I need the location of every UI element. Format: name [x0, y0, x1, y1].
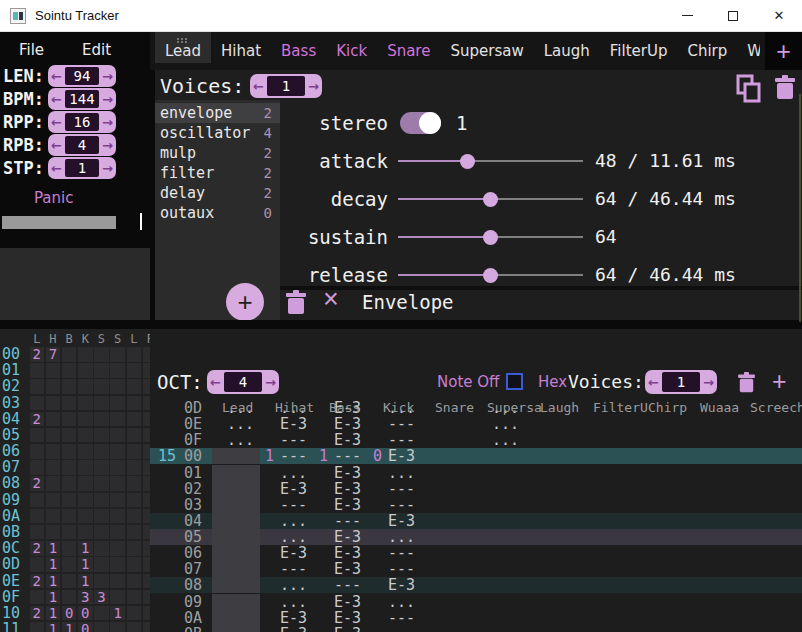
- slider-handle-icon[interactable]: [483, 230, 498, 245]
- note-cell[interactable]: ...: [280, 594, 307, 610]
- note-cell[interactable]: E-3: [280, 416, 307, 432]
- order-cell[interactable]: [62, 347, 77, 362]
- order-cell[interactable]: 1: [62, 622, 77, 632]
- attack-slider[interactable]: [398, 160, 583, 162]
- stp-stepper[interactable]: ←1→: [48, 157, 116, 179]
- order-cell[interactable]: [110, 622, 125, 632]
- increment-arrow-icon[interactable]: →: [99, 70, 116, 83]
- order-cell[interactable]: [94, 557, 109, 572]
- order-cell[interactable]: 1: [46, 622, 61, 632]
- tab-filterup[interactable]: FilterUp: [600, 32, 678, 63]
- order-cell[interactable]: [110, 347, 125, 362]
- hex-checkbox[interactable]: [506, 373, 523, 390]
- order-cell[interactable]: [110, 493, 125, 508]
- order-cell[interactable]: [143, 379, 150, 394]
- order-cell[interactable]: [46, 460, 61, 475]
- order-cell[interactable]: [30, 590, 45, 605]
- order-cell[interactable]: 0: [78, 606, 93, 621]
- copy-instrument-button[interactable]: [736, 74, 761, 103]
- order-cell[interactable]: [127, 379, 142, 394]
- track-header-supersa[interactable]: Supersa: [487, 400, 542, 416]
- track-header-screech[interactable]: Screech: [750, 400, 802, 416]
- note-cell[interactable]: E-3: [334, 545, 361, 561]
- unit-row-mulp[interactable]: mulp2: [155, 143, 280, 163]
- order-cell[interactable]: [46, 476, 61, 491]
- note-cell[interactable]: ...: [388, 465, 415, 481]
- octave-stepper[interactable]: ←4→: [207, 370, 279, 394]
- order-cell[interactable]: [127, 557, 142, 572]
- order-cell[interactable]: [62, 460, 77, 475]
- order-cell[interactable]: [46, 509, 61, 524]
- increment-arrow-icon[interactable]: →: [700, 376, 717, 389]
- order-cell[interactable]: 0: [78, 622, 93, 632]
- order-cell[interactable]: [110, 557, 125, 572]
- order-cell[interactable]: [78, 363, 93, 378]
- order-cell[interactable]: [143, 460, 150, 475]
- track-header-wuaaa[interactable]: Wuaaa: [700, 400, 739, 416]
- order-cell[interactable]: 1: [46, 541, 61, 556]
- order-cell[interactable]: 7: [46, 347, 61, 362]
- order-cell[interactable]: [46, 493, 61, 508]
- order-cell[interactable]: [46, 379, 61, 394]
- order-cell[interactable]: 1: [46, 606, 61, 621]
- order-cell[interactable]: 1: [110, 606, 125, 621]
- order-cell[interactable]: [127, 606, 142, 621]
- unit-row-envelope[interactable]: envelope2: [155, 103, 280, 123]
- order-cell[interactable]: 2: [30, 541, 45, 556]
- order-cell[interactable]: [30, 379, 45, 394]
- order-cell[interactable]: [30, 444, 45, 459]
- order-cell[interactable]: [143, 606, 150, 621]
- order-cell[interactable]: [46, 444, 61, 459]
- track-header-filteru[interactable]: FilterU: [593, 400, 648, 416]
- track-header-hihat[interactable]: Hihat: [275, 400, 314, 416]
- note-cell[interactable]: ...: [280, 577, 307, 593]
- order-cell[interactable]: [127, 476, 142, 491]
- delete-track-button[interactable]: [738, 372, 755, 393]
- menu-file[interactable]: File: [19, 41, 44, 59]
- delete-unit-button[interactable]: [286, 290, 306, 315]
- increment-arrow-icon[interactable]: →: [99, 116, 116, 129]
- note-cell[interactable]: ...: [227, 416, 254, 432]
- track-header-kick[interactable]: Kick: [383, 400, 414, 416]
- order-cell[interactable]: [143, 363, 150, 378]
- note-cell[interactable]: E-3: [334, 529, 361, 545]
- note-cell[interactable]: ...: [227, 432, 254, 448]
- note-cell[interactable]: ---: [388, 432, 415, 448]
- order-cell[interactable]: [62, 541, 77, 556]
- tab-snare[interactable]: Snare: [377, 32, 440, 63]
- order-cell[interactable]: [62, 557, 77, 572]
- order-cell[interactable]: [78, 460, 93, 475]
- order-cell[interactable]: [78, 379, 93, 394]
- order-cell[interactable]: [127, 622, 142, 632]
- order-cell[interactable]: 1: [78, 557, 93, 572]
- order-cell[interactable]: [30, 493, 45, 508]
- order-cell[interactable]: [127, 444, 142, 459]
- order-cell[interactable]: [78, 396, 93, 411]
- unit-row-oscillator[interactable]: oscillator4: [155, 123, 280, 143]
- tab-hihat[interactable]: Hihat: [211, 32, 271, 63]
- order-cell[interactable]: [143, 428, 150, 443]
- order-cell[interactable]: [110, 460, 125, 475]
- order-cell[interactable]: [110, 476, 125, 491]
- order-cell[interactable]: [94, 509, 109, 524]
- increment-arrow-icon[interactable]: →: [99, 139, 116, 152]
- order-cell[interactable]: [110, 444, 125, 459]
- decrement-arrow-icon[interactable]: ←: [48, 139, 65, 152]
- order-cell[interactable]: [94, 379, 109, 394]
- clear-unit-button[interactable]: ×: [323, 286, 339, 313]
- order-cell[interactable]: [94, 525, 109, 540]
- note-cell[interactable]: ---: [388, 626, 415, 632]
- order-cell[interactable]: [127, 347, 142, 362]
- order-cell[interactable]: [94, 622, 109, 632]
- track-header-laugh[interactable]: Laugh: [540, 400, 579, 416]
- order-cell[interactable]: [110, 396, 125, 411]
- order-cell[interactable]: [143, 557, 150, 572]
- order-cell[interactable]: [94, 363, 109, 378]
- decrement-arrow-icon[interactable]: ←: [48, 162, 65, 175]
- order-cell[interactable]: [143, 509, 150, 524]
- order-cell[interactable]: [110, 590, 125, 605]
- order-cell[interactable]: [94, 396, 109, 411]
- order-cell[interactable]: [30, 557, 45, 572]
- add-unit-button[interactable]: +: [226, 283, 264, 321]
- order-cell[interactable]: [62, 363, 77, 378]
